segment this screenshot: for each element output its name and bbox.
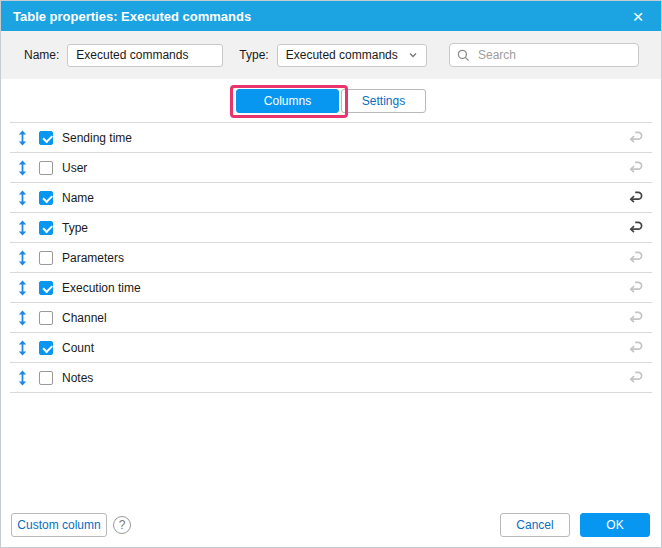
close-icon[interactable]: × (627, 5, 649, 27)
drag-handle[interactable] (15, 280, 29, 296)
properties-toolbar: Name: Type: Executed commands (1, 31, 661, 79)
drag-vertical-arrows-icon (18, 160, 27, 176)
column-checkbox[interactable] (39, 371, 53, 385)
reset-column-button[interactable] (628, 281, 644, 295)
undo-icon (629, 131, 644, 144)
undo-icon (629, 281, 644, 294)
column-checkbox[interactable] (39, 131, 53, 145)
search-icon (457, 49, 470, 62)
undo-icon (629, 341, 644, 354)
drag-handle[interactable] (15, 310, 29, 326)
tab-columns[interactable]: Columns (236, 89, 339, 113)
column-checkbox[interactable] (39, 281, 53, 295)
tab-settings[interactable]: Settings (341, 89, 426, 113)
column-label: Type (62, 221, 628, 235)
drag-vertical-arrows-icon (18, 220, 27, 236)
column-checkbox[interactable] (39, 161, 53, 175)
ok-button[interactable]: OK (580, 513, 650, 537)
reset-column-button[interactable] (628, 221, 644, 235)
column-label: Channel (62, 311, 628, 325)
help-icon[interactable]: ? (113, 516, 131, 534)
undo-icon (629, 191, 644, 204)
drag-handle[interactable] (15, 370, 29, 386)
reset-column-button[interactable] (628, 191, 644, 205)
dialog-titlebar: Table properties: Executed commands × (1, 1, 661, 31)
drag-vertical-arrows-icon (18, 130, 27, 146)
drag-handle[interactable] (15, 220, 29, 236)
column-label: Sending time (62, 131, 628, 145)
column-row: Execution time (10, 273, 652, 303)
column-row: Name (10, 183, 652, 213)
drag-vertical-arrows-icon (18, 370, 27, 386)
type-label: Type: (239, 48, 268, 62)
reset-column-button[interactable] (628, 131, 644, 145)
column-row: Parameters (10, 243, 652, 273)
tab-bar: Columns Settings (1, 89, 661, 113)
drag-vertical-arrows-icon (18, 250, 27, 266)
reset-column-button[interactable] (628, 251, 644, 265)
undo-icon (629, 161, 644, 174)
type-select[interactable]: Executed commands (277, 44, 427, 67)
search-input[interactable] (476, 47, 631, 63)
reset-column-button[interactable] (628, 311, 644, 325)
column-label: Count (62, 341, 628, 355)
drag-handle[interactable] (15, 160, 29, 176)
drag-vertical-arrows-icon (18, 190, 27, 206)
search-box[interactable] (449, 43, 639, 67)
drag-handle[interactable] (15, 340, 29, 356)
column-row: Count (10, 333, 652, 363)
reset-column-button[interactable] (628, 341, 644, 355)
column-checkbox[interactable] (39, 221, 53, 235)
column-checkbox[interactable] (39, 191, 53, 205)
type-select-value: Executed commands (286, 48, 408, 62)
table-properties-dialog: Table properties: Executed commands × Na… (0, 0, 662, 548)
column-row: Type (10, 213, 652, 243)
dialog-title: Table properties: Executed commands (13, 9, 627, 24)
column-checkbox[interactable] (39, 251, 53, 265)
column-row: Notes (10, 363, 652, 393)
drag-vertical-arrows-icon (18, 340, 27, 356)
name-input[interactable] (67, 44, 223, 67)
undo-icon (629, 221, 644, 234)
undo-icon (629, 251, 644, 264)
undo-icon (629, 371, 644, 384)
column-row: User (10, 153, 652, 183)
column-row: Sending time (10, 123, 652, 153)
column-label: Name (62, 191, 628, 205)
drag-vertical-arrows-icon (18, 280, 27, 296)
column-label: Notes (62, 371, 628, 385)
column-checkbox[interactable] (39, 341, 53, 355)
drag-handle[interactable] (15, 250, 29, 266)
column-label: Parameters (62, 251, 628, 265)
reset-column-button[interactable] (628, 371, 644, 385)
cancel-button[interactable]: Cancel (500, 513, 570, 537)
chevron-down-icon (408, 50, 418, 60)
drag-vertical-arrows-icon (18, 310, 27, 326)
column-label: Execution time (62, 281, 628, 295)
undo-icon (629, 311, 644, 324)
column-list: Sending time User (10, 122, 652, 393)
column-checkbox[interactable] (39, 311, 53, 325)
reset-column-button[interactable] (628, 161, 644, 175)
custom-column-button[interactable]: Custom column (11, 513, 107, 537)
name-label: Name: (24, 48, 59, 62)
column-label: User (62, 161, 628, 175)
column-row: Channel (10, 303, 652, 333)
drag-handle[interactable] (15, 190, 29, 206)
drag-handle[interactable] (15, 130, 29, 146)
